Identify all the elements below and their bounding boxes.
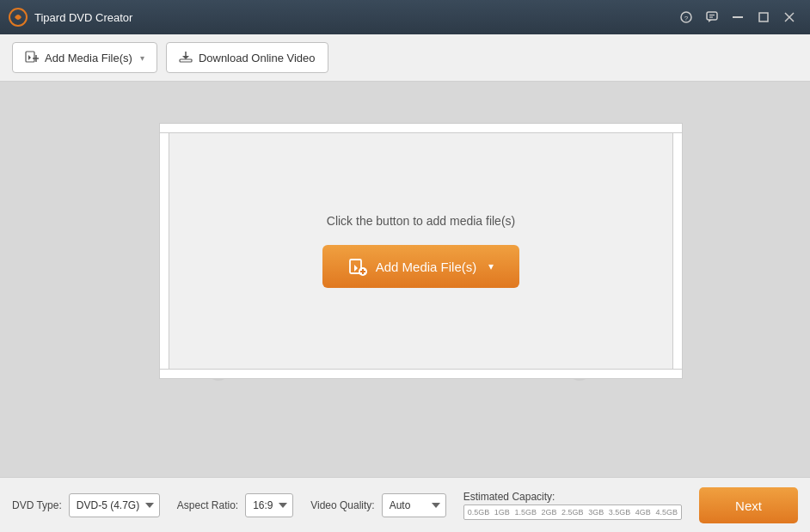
cap-tick-3: 1.5GB bbox=[514, 508, 537, 517]
add-media-main-label: Add Media File(s) bbox=[376, 260, 477, 274]
bottom-bar: DVD Type: DVD-5 (4.7G) DVD-9 (8.5G) Aspe… bbox=[0, 477, 810, 532]
video-quality-select[interactable]: Auto High Medium Low bbox=[382, 493, 446, 517]
minimize-button[interactable] bbox=[726, 5, 750, 29]
video-quality-label: Video Quality: bbox=[310, 499, 375, 511]
cap-tick-1: 0.5GB bbox=[468, 508, 490, 517]
app-title: Tipard DVD Creator bbox=[34, 11, 132, 24]
maximize-button[interactable] bbox=[752, 5, 776, 29]
estimated-capacity-label: Estimated Capacity: bbox=[463, 491, 682, 503]
close-button[interactable] bbox=[777, 5, 801, 29]
cap-tick-6: 3GB bbox=[588, 508, 604, 517]
download-video-label: Download Online Video bbox=[199, 52, 316, 64]
help-button[interactable]: ? bbox=[674, 5, 698, 29]
drop-zone: Click the button to add media file(s) Ad… bbox=[169, 133, 672, 369]
top-panel bbox=[159, 123, 683, 133]
title-bar-left: Tipard DVD Creator bbox=[9, 8, 132, 27]
download-video-button[interactable]: Download Online Video bbox=[166, 42, 328, 73]
left-panel bbox=[159, 123, 169, 379]
dvd-type-label: DVD Type: bbox=[12, 499, 62, 511]
aspect-ratio-group: Aspect Ratio: 16:9 4:3 bbox=[177, 493, 293, 517]
chat-button[interactable] bbox=[700, 5, 724, 29]
add-media-main-button[interactable]: Add Media File(s) ▾ bbox=[322, 245, 520, 288]
svg-point-1 bbox=[16, 15, 21, 20]
svg-rect-14 bbox=[180, 59, 192, 62]
bottom-panel bbox=[159, 369, 683, 379]
aspect-ratio-select[interactable]: 16:9 4:3 bbox=[245, 493, 293, 517]
cap-tick-4: 2GB bbox=[541, 508, 556, 517]
aspect-ratio-label: Aspect Ratio: bbox=[177, 499, 238, 511]
cap-tick-9: 4.5GB bbox=[655, 508, 678, 517]
title-bar: Tipard DVD Creator ? bbox=[0, 0, 810, 34]
video-quality-group: Video Quality: Auto High Medium Low bbox=[310, 493, 446, 517]
svg-rect-4 bbox=[707, 12, 717, 20]
cap-tick-8: 4GB bbox=[635, 508, 651, 517]
title-bar-controls: ? bbox=[674, 5, 801, 29]
main-content: ABC + * + * ABC ABC + * bbox=[0, 82, 810, 477]
svg-text:?: ? bbox=[684, 15, 689, 22]
add-media-button[interactable]: Add Media File(s) ▾ bbox=[12, 42, 157, 73]
download-icon bbox=[179, 50, 193, 66]
right-panel bbox=[672, 123, 683, 379]
dvd-type-group: DVD Type: DVD-5 (4.7G) DVD-9 (8.5G) bbox=[12, 493, 160, 517]
app-logo bbox=[9, 8, 28, 27]
add-media-dropdown-arrow: ▾ bbox=[140, 53, 144, 63]
add-media-label: Add Media File(s) bbox=[45, 52, 132, 64]
add-media-icon bbox=[25, 50, 39, 66]
capacity-track: 0.5GB 1GB 1.5GB 2GB 2.5GB 3GB 3.5GB 4GB … bbox=[463, 504, 682, 520]
add-media-main-dropdown: ▾ bbox=[488, 260, 494, 272]
svg-rect-7 bbox=[733, 16, 743, 18]
svg-rect-8 bbox=[759, 13, 768, 21]
cap-tick-2: 1GB bbox=[494, 508, 510, 517]
next-button[interactable]: Next bbox=[699, 487, 798, 523]
drop-zone-text: Click the button to add media file(s) bbox=[327, 214, 515, 228]
cap-tick-7: 3.5GB bbox=[609, 508, 631, 517]
estimated-capacity-group: Estimated Capacity: 0.5GB 1GB 1.5GB 2GB … bbox=[463, 491, 682, 520]
dvd-type-select[interactable]: DVD-5 (4.7G) DVD-9 (8.5G) bbox=[69, 493, 160, 517]
cap-tick-5: 2.5GB bbox=[561, 508, 584, 517]
toolbar: Add Media File(s) ▾ Download Online Vide… bbox=[0, 34, 810, 82]
